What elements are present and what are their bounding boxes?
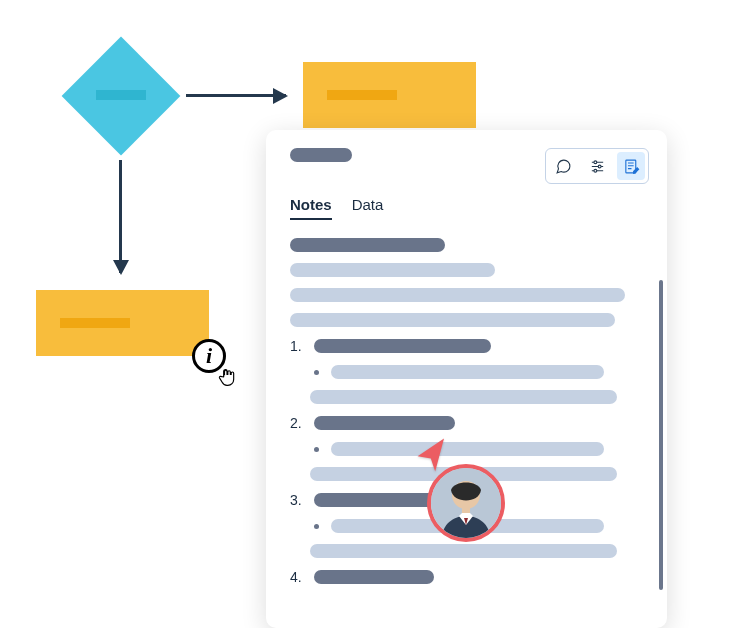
list-number: 1.	[290, 338, 306, 354]
bullet-icon	[314, 447, 319, 452]
filter-button[interactable]	[583, 152, 611, 180]
list-item-1: 1.	[290, 338, 643, 354]
svg-point-1	[593, 160, 596, 163]
edit-note-button[interactable]	[617, 152, 645, 180]
bullet-line	[331, 365, 604, 379]
list-heading-placeholder	[314, 493, 441, 507]
tab-bar: Notes Data	[290, 196, 649, 220]
panel-title-placeholder	[290, 148, 352, 162]
list-heading-placeholder	[314, 339, 491, 353]
paragraph-line	[290, 288, 625, 302]
paragraph-line	[290, 313, 615, 327]
flowchart-process-top-label-placeholder	[327, 90, 397, 100]
svg-point-3	[598, 165, 601, 168]
list-heading-placeholder	[314, 570, 434, 584]
heading-placeholder	[290, 238, 445, 252]
flowchart-process-bottom-label-placeholder	[60, 318, 130, 328]
bullet-item	[310, 365, 643, 379]
comment-button[interactable]	[549, 152, 577, 180]
avatar-person-icon	[431, 468, 501, 538]
notes-panel: Notes Data 1. 2. 3.	[266, 130, 667, 628]
filter-icon	[589, 158, 606, 175]
list-number: 2.	[290, 415, 306, 431]
tab-notes[interactable]: Notes	[290, 196, 332, 220]
list-heading-placeholder	[314, 416, 455, 430]
flowchart-decision-label-placeholder	[96, 90, 146, 100]
vertical-scrollbar[interactable]	[659, 280, 663, 590]
collaborator-avatar[interactable]	[427, 464, 505, 542]
flowchart-arrow-down	[119, 160, 122, 273]
bullet-item	[310, 442, 643, 456]
panel-toolbar	[545, 148, 649, 184]
paragraph-line	[310, 390, 617, 404]
svg-point-5	[593, 169, 596, 172]
tab-data[interactable]: Data	[352, 196, 384, 220]
list-number: 3.	[290, 492, 306, 508]
list-item-2: 2.	[290, 415, 643, 431]
list-number: 4.	[290, 569, 306, 585]
bullet-icon	[314, 524, 319, 529]
paragraph-line	[310, 544, 617, 558]
svg-rect-12	[462, 506, 470, 514]
hand-cursor-icon	[217, 366, 237, 388]
list-item-4: 4.	[290, 569, 643, 585]
panel-header	[290, 148, 649, 184]
paragraph-line	[290, 263, 495, 277]
flowchart-arrow-right	[186, 94, 286, 97]
edit-note-icon	[623, 158, 640, 175]
comment-icon	[555, 158, 572, 175]
bullet-icon	[314, 370, 319, 375]
bullet-line	[331, 442, 604, 456]
